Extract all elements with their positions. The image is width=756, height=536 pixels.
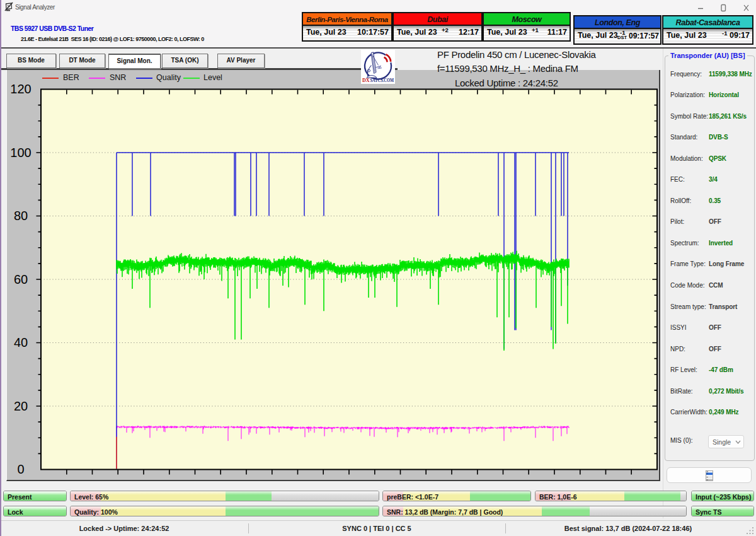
svg-text:SATCS.COM: SATCS.COM (370, 78, 394, 83)
svg-text:DX: DX (362, 78, 370, 83)
